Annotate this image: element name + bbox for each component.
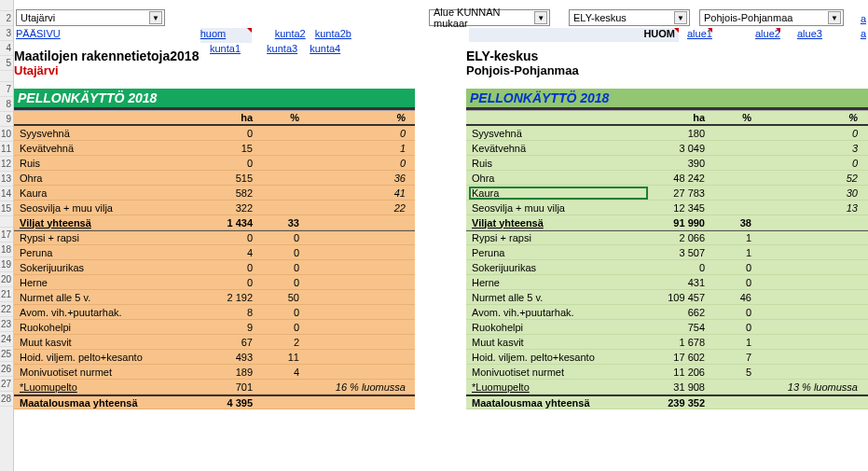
cell-pct: 0 xyxy=(260,277,307,288)
row-header[interactable] xyxy=(0,216,13,228)
left-header: PELLONKÄYTTÖ 2018 xyxy=(14,89,415,110)
table-row: Seosvilja + muu vilja32222 xyxy=(14,201,415,215)
row-label: Sokerijuurikas xyxy=(470,262,647,273)
row-header[interactable]: 26 xyxy=(0,362,13,377)
alue-kunnan-value: Alue KUNNAN mukaar xyxy=(434,7,534,29)
cell-ha: 3 507 xyxy=(647,247,712,258)
cell-ha: 0 xyxy=(195,232,260,243)
col-pct2-header: % xyxy=(307,112,409,123)
row-label: Monivuotiset nurmet xyxy=(470,367,647,378)
table-row: Hoid. viljem. pelto+kesanto49311 xyxy=(14,350,415,365)
row-label: Kaura xyxy=(470,187,647,199)
alue1-link[interactable]: alue1 xyxy=(687,28,712,39)
row-header[interactable]: 14 xyxy=(0,187,13,201)
cell-ha: 0 xyxy=(647,262,712,273)
cell-ha: 0 xyxy=(195,277,260,288)
row-label: Maatalousmaa yhteensä xyxy=(470,397,647,409)
cell-pct2: 13 % luomussa xyxy=(759,381,861,393)
row-header[interactable]: 10 xyxy=(0,127,13,142)
row-header[interactable]: 3 xyxy=(0,26,13,41)
row-header[interactable]: 19 xyxy=(0,257,13,272)
column-header-row: ha % % xyxy=(14,111,415,126)
row-header[interactable]: 21 xyxy=(0,287,13,302)
a-link-2[interactable]: a xyxy=(861,28,866,39)
ely-dropdown[interactable]: ELY-keskus ▼ xyxy=(569,9,690,26)
row-header[interactable]: 22 xyxy=(0,302,13,317)
huom-link[interactable]: huom xyxy=(200,28,252,43)
kunta2-link[interactable]: kunta2 xyxy=(275,28,306,43)
row-header[interactable]: 2 xyxy=(0,11,13,26)
cell-ha: 15 xyxy=(195,143,260,154)
cell-ha: 91 990 xyxy=(647,217,712,229)
row-label: Maatalousmaa yhteensä xyxy=(18,397,195,409)
cell-pct: 0 xyxy=(260,307,307,318)
row-header[interactable]: 13 xyxy=(0,172,13,187)
cell-ha: 17 602 xyxy=(647,352,712,363)
row-label: *Luomupelto xyxy=(470,381,647,393)
a-link[interactable]: a xyxy=(861,13,866,24)
cell-pct: 1 xyxy=(712,337,759,348)
table-row: Monivuotiset nurmet11 2065 xyxy=(466,365,868,380)
row-label: Hoid. viljem. pelto+kesanto xyxy=(470,352,647,363)
row-header[interactable]: 24 xyxy=(0,332,13,347)
table-row: Monivuotiset nurmet1894 xyxy=(14,365,415,380)
col-ha-header: ha xyxy=(647,112,712,123)
row-header[interactable] xyxy=(0,0,13,11)
kunta2b-link[interactable]: kunta2b xyxy=(315,28,351,43)
table-row: Kaura27 78330 xyxy=(466,186,868,201)
cell-pct: 11 xyxy=(260,352,307,363)
row-label: Nurmet alle 5 v. xyxy=(18,292,195,303)
row-header[interactable]: 12 xyxy=(0,157,13,172)
row-header[interactable]: 5 xyxy=(0,56,13,71)
row-header[interactable]: 25 xyxy=(0,347,13,362)
row-label: Peruna xyxy=(18,247,195,258)
row-header[interactable]: 23 xyxy=(0,317,13,332)
cell-ha: 1 434 xyxy=(195,217,260,229)
cell-ha: 180 xyxy=(647,128,712,139)
row-header[interactable]: 18 xyxy=(0,242,13,257)
dropdown-arrow-icon: ▼ xyxy=(828,11,841,24)
kunta-dropdown[interactable]: Utajärvi ▼ xyxy=(16,9,165,26)
row-label: Sokerijuurikas xyxy=(18,262,195,273)
row-header[interactable]: 15 xyxy=(0,201,13,216)
cell-pct2: 36 xyxy=(307,173,409,184)
left-table: PELLONKÄYTTÖ 2018 ha % %Syysvehnä00Kevät… xyxy=(14,89,415,409)
row-header[interactable]: 4 xyxy=(0,41,13,56)
cell-pct2: 41 xyxy=(307,187,409,199)
row-header[interactable]: 28 xyxy=(0,392,13,407)
cell-pct2: 30 xyxy=(759,187,861,199)
row-header[interactable]: 17 xyxy=(0,228,13,242)
alue2-link[interactable]: alue2 xyxy=(755,28,780,39)
row-header[interactable]: 20 xyxy=(0,272,13,287)
kunta-value: Utajärvi xyxy=(21,12,55,23)
row-label: Kaura xyxy=(18,187,195,199)
cell-ha: 12 345 xyxy=(647,202,712,214)
cell-ha: 8 xyxy=(195,307,260,318)
row-header[interactable]: 8 xyxy=(0,97,13,112)
table-row: Viljat yhteensä91 99038 xyxy=(466,215,868,230)
row-header[interactable]: 7 xyxy=(0,82,13,97)
row-header[interactable] xyxy=(0,71,13,82)
row-label: Kevätvehnä xyxy=(18,143,195,154)
table-row: Syysvehnä00 xyxy=(14,126,415,141)
row-label: Ruokohelpi xyxy=(18,322,195,333)
row-header[interactable]: 27 xyxy=(0,377,13,392)
table-row: Muut kasvit1 6781 xyxy=(466,335,868,350)
row-label: Avom. vih.+puutarhak. xyxy=(18,307,195,318)
table-row: Viljat yhteensä1 43433 xyxy=(14,215,415,230)
dropdown-arrow-icon: ▼ xyxy=(534,11,547,24)
row-label: Nurmet alle 5 v. xyxy=(470,292,647,303)
row-header[interactable]: 9 xyxy=(0,112,13,127)
cell-pct: 0 xyxy=(712,262,759,273)
row-header[interactable]: 11 xyxy=(0,142,13,157)
paasivu-link[interactable]: PÄÄSIVU xyxy=(16,28,61,43)
table-row: Sokerijuurikas00 xyxy=(14,260,415,275)
pohjois-value: Pohjois-Pohjanmaa xyxy=(704,12,792,23)
pohjois-dropdown[interactable]: Pohjois-Pohjanmaa ▼ xyxy=(699,9,844,26)
row-label: Ruokohelpi xyxy=(470,322,647,333)
cell-pct: 0 xyxy=(260,247,307,258)
row-label: Syysvehnä xyxy=(18,128,195,139)
alue3-link[interactable]: alue3 xyxy=(797,28,822,39)
alue-kunnan-dropdown[interactable]: Alue KUNNAN mukaar ▼ xyxy=(429,9,550,26)
cell-ha: 754 xyxy=(647,322,712,333)
